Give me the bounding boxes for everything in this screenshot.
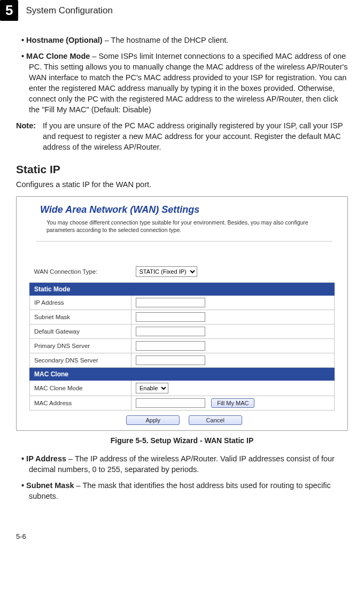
fill-my-mac-button[interactable]: Fill My MAC [211,398,254,408]
note-label: Note: [16,120,43,152]
page-number: 5-6 [0,532,364,540]
section-mac: MAC Clone [30,368,335,381]
row-subnet-label: Subnet Mask [30,310,131,324]
note-body: If you are unsure of the PC MAC address … [43,120,348,152]
body: – The mask that identifies the host addr… [29,481,331,500]
term: IP Address [26,454,66,463]
body: – Some ISPs limit Internet connections t… [29,52,347,114]
conn-type-label: WAN Connection Type: [30,263,131,283]
section-desc: Configures a static IP for the WAN port. [16,180,348,189]
gateway-input[interactable] [136,327,205,336]
bullet-hostname: Hostname (Optional) – The hostname of th… [21,35,348,45]
mac-mode-select[interactable]: Enable [136,383,168,393]
figure-frame: Wide Area Network (WAN) Settings You may… [16,196,348,431]
conn-type-select[interactable]: STATIC (Fixed IP) [136,266,197,277]
row-mac-mode-label: MAC Clone Mode [30,381,131,396]
figure-caption: Figure 5-5. Setup Wizard - WAN Static IP [16,436,348,445]
section-static: Static Mode [30,283,335,296]
body: – The hostname of the DHCP client. [103,36,229,44]
wan-panel-desc: You may choose different connection type… [47,219,338,234]
apply-button[interactable]: Apply [126,415,180,425]
row-dns1-label: Primary DNS Server [30,339,131,353]
row-gateway-label: Default Gateway [30,324,131,339]
row-dns2-label: Secondary DNS Server [30,353,131,368]
dns1-input[interactable] [136,341,205,351]
row-mac-addr-label: MAC Address [30,396,131,411]
divider [36,241,332,242]
bullet-subnet-mask: Subnet Mask – The mask that identifies t… [21,480,348,501]
section-heading: Static IP [16,163,348,176]
dns2-input[interactable] [136,355,205,365]
ip-address-input[interactable] [136,298,205,307]
mac-address-input[interactable] [136,398,205,408]
row-ip-label: IP Address [30,296,131,310]
subnet-mask-input[interactable] [136,312,205,322]
wan-panel-title: Wide Area Network (WAN) Settings [40,204,343,215]
chapter-number-badge: 5 [0,0,18,21]
wan-form-table: WAN Connection Type: STATIC (Fixed IP) S… [29,263,335,411]
term: Subnet Mask [26,481,74,490]
chapter-title: System Configuration [26,5,113,16]
note-block: Note: If you are unsure of the PC MAC ad… [16,120,348,152]
term: Hostname (Optional) [26,36,103,44]
cancel-button[interactable]: Cancel [189,415,242,425]
bullet-mac-clone: MAC Clone Mode – Some ISPs limit Interne… [21,51,348,115]
bullet-ip-address: IP Address – The IP address of the wirel… [21,453,348,475]
term: MAC Clone Mode [26,52,90,60]
body: – The IP address of the wireless AP/Rout… [29,454,335,474]
